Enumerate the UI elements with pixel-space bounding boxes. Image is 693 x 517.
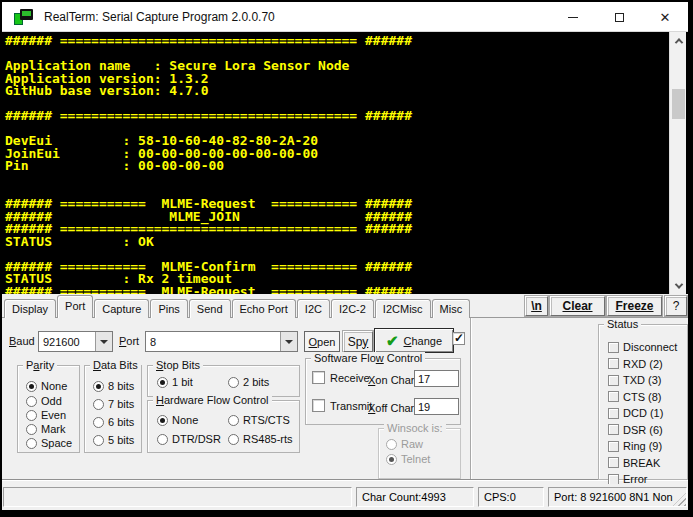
- maximize-icon: [615, 13, 624, 22]
- databits-5-radio[interactable]: 5 bits: [93, 434, 134, 446]
- scroll-up-button[interactable]: [670, 32, 687, 49]
- dropdown-arrow-icon: [100, 340, 108, 344]
- xoff-char-input[interactable]: [414, 398, 459, 415]
- tab-echo-port[interactable]: Echo Port: [232, 299, 296, 318]
- chevron-up-icon: [674, 38, 682, 46]
- spy-button[interactable]: Spy: [343, 331, 373, 352]
- status-item-rxd-2-: RXD (2): [608, 358, 687, 370]
- status-bar: Char Count:4993 CPS:0 Port: 8 921600 8N1…: [2, 484, 688, 510]
- software-flow-group: Software Flow Control Receive Xon Char: …: [305, 358, 461, 425]
- status-led: [608, 457, 619, 468]
- xoff-char-label: Xoff Char:: [368, 402, 417, 414]
- port-dropdown-button[interactable]: [280, 332, 297, 351]
- baud-label: Baud: [9, 335, 35, 347]
- parity-even-radio[interactable]: Even: [26, 409, 66, 421]
- parity-none-radio[interactable]: None: [26, 380, 67, 392]
- resize-grip[interactable]: [673, 493, 686, 506]
- winsock-telnet-radio[interactable]: Telnet: [386, 453, 430, 465]
- tab-pins[interactable]: Pins: [150, 299, 187, 318]
- xon-char-label: Xon Char:: [368, 374, 418, 386]
- hardware-flow-group: Hardware Flow Control None RTS/CTS DTR/D…: [147, 400, 300, 453]
- port-change-checkbox[interactable]: [452, 332, 465, 345]
- status-item-break: BREAK: [608, 457, 687, 469]
- app-icon: [14, 9, 34, 25]
- status-item-dcd-1-: DCD (1): [608, 407, 687, 419]
- receive-checkbox-row[interactable]: Receive: [312, 371, 370, 384]
- tab-misc[interactable]: Misc: [432, 299, 471, 318]
- dropdown-arrow-icon: [285, 340, 293, 344]
- tab-i2cmisc[interactable]: I2CMisc: [375, 299, 431, 318]
- tab-display[interactable]: Display: [4, 299, 56, 318]
- transmit-checkbox[interactable]: [312, 399, 325, 412]
- status-item-cts-8-: CTS (8): [608, 391, 687, 403]
- baud-value: 921600: [39, 336, 95, 348]
- baud-dropdown-button[interactable]: [95, 332, 112, 351]
- status-item-txd-3-: TXD (3): [608, 374, 687, 386]
- stopbits-2-radio[interactable]: 2 bits: [228, 376, 269, 388]
- hwflow-rs485-radio[interactable]: RS485-rts: [228, 433, 293, 445]
- maximize-button[interactable]: [596, 2, 642, 32]
- status-led: [608, 358, 619, 369]
- port-label: Port: [119, 335, 139, 347]
- tab-bar: DisplayPortCapturePinsSendEcho PortI2CI2…: [2, 294, 688, 318]
- minimize-icon: [568, 17, 578, 18]
- winsock-group: Winsock is: Raw Telnet: [378, 428, 461, 479]
- status-item-disconnect: Disconnect: [608, 341, 687, 353]
- port-combobox[interactable]: 8: [145, 331, 298, 352]
- statusbar-port-info: Port: 8 921600 8N1 Non: [548, 487, 687, 507]
- hwflow-none-radio[interactable]: None: [157, 414, 198, 426]
- parity-group: Parity None Odd Even Mark Space: [17, 365, 80, 453]
- status-item-ring-9-: Ring (9): [608, 440, 687, 452]
- tab-i2c-2[interactable]: I2C-2: [331, 299, 374, 318]
- tab-i2c[interactable]: I2C: [297, 299, 330, 318]
- terminal-output[interactable]: ###### =================================…: [2, 32, 669, 294]
- hwflow-rtscts-radio[interactable]: RTS/CTS: [228, 414, 290, 426]
- parity-odd-radio[interactable]: Odd: [26, 395, 62, 407]
- terminal-text: ###### =================================…: [2, 32, 669, 294]
- statusbar-cps: CPS:0: [478, 487, 544, 507]
- statusbar-empty-cell: [3, 487, 352, 507]
- scroll-down-button[interactable]: [670, 277, 687, 294]
- databits-8-radio[interactable]: 8 bits: [93, 380, 134, 392]
- stopbits-1-radio[interactable]: 1 bit: [157, 376, 193, 388]
- minimize-button[interactable]: [550, 2, 596, 32]
- clear-button[interactable]: Clear: [550, 296, 605, 316]
- baud-combobox[interactable]: 921600: [38, 331, 113, 352]
- status-led: [608, 375, 619, 386]
- newline-mode-button[interactable]: \n: [525, 296, 548, 316]
- open-button[interactable]: Open: [304, 331, 340, 352]
- close-icon: ✕: [660, 10, 671, 25]
- realterm-window: RealTerm: Serial Capture Program 2.0.0.7…: [2, 2, 688, 510]
- status-led: [608, 408, 619, 419]
- stop-bits-group: Stop Bits 1 bit 2 bits: [147, 365, 300, 397]
- status-led: [608, 441, 619, 452]
- databits-6-radio[interactable]: 6 bits: [93, 416, 134, 428]
- tab-capture[interactable]: Capture: [94, 299, 149, 318]
- tab-port[interactable]: Port: [57, 295, 93, 318]
- receive-checkbox[interactable]: [312, 371, 325, 384]
- green-check-icon: ✔: [386, 336, 399, 346]
- freeze-button[interactable]: Freeze: [607, 296, 662, 316]
- tab-send[interactable]: Send: [189, 299, 231, 318]
- change-button[interactable]: ✔ Change: [374, 328, 454, 353]
- status-led: [608, 424, 619, 435]
- databits-7-radio[interactable]: 7 bits: [93, 398, 134, 410]
- transmit-checkbox-row[interactable]: Transmit: [312, 399, 372, 412]
- terminal-scrollbar[interactable]: [669, 32, 686, 294]
- close-button[interactable]: ✕: [642, 2, 688, 32]
- help-button[interactable]: ?: [665, 296, 687, 316]
- titlebar: RealTerm: Serial Capture Program 2.0.0.7…: [2, 2, 688, 32]
- parity-space-radio[interactable]: Space: [26, 437, 72, 449]
- status-panel: Status DisconnectRXD (2)TXD (3)CTS (8)DC…: [598, 324, 688, 480]
- winsock-raw-radio[interactable]: Raw: [386, 438, 423, 450]
- scrollbar-thumb[interactable]: [672, 89, 685, 119]
- port-value: 8: [146, 336, 280, 348]
- xon-char-input[interactable]: [414, 370, 459, 387]
- status-led: [608, 474, 619, 485]
- hwflow-dtrdsr-radio[interactable]: DTR/DSR: [157, 433, 221, 445]
- parity-mark-radio[interactable]: Mark: [26, 423, 65, 435]
- chevron-down-icon: [674, 280, 682, 288]
- data-bits-group: Data Bits 8 bits 7 bits 6 bits 5 bits: [84, 365, 142, 453]
- statusbar-char-count: Char Count:4993: [356, 487, 474, 507]
- port-tab-page: Baud 921600 Port 8 Open Spy ✔ Change Par…: [2, 318, 688, 484]
